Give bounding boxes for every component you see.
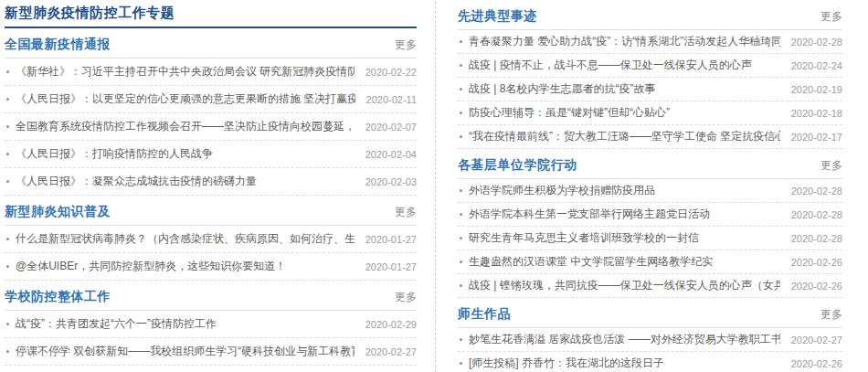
news-item[interactable]: 战疫 | 铿锵玫瑰，共同抗疫——保卫处一线保安人员的心声（女兵篇） 2020-0… [458, 274, 842, 298]
bullet-icon [6, 98, 9, 101]
news-item[interactable]: 外语学院师生积极为学校捐赠防疫用品 2020-02-28 [458, 179, 842, 203]
news-item[interactable]: 战“疫”：共青团发起“六个一”疫情防控工作 2020-02-29 [5, 311, 417, 338]
news-item[interactable]: 《新华社》：习近平主持召开中共中央政治局会议 研究新冠肺炎疫情防控工... 20… [5, 58, 417, 86]
news-date: 2020-02-28 [791, 233, 842, 244]
bullet-icon [6, 153, 9, 155]
section-title[interactable]: 师生作品 [458, 306, 511, 323]
news-item[interactable]: 《人民日报》：打响疫情防控的人民战争 2020-02-04 [5, 141, 417, 168]
news-link[interactable]: 全国教育系统疫情防控工作视频会召开——坚决防止疫情向校园蔓延，确保... [16, 119, 355, 134]
section-title[interactable]: 新型肺炎知识普及 [5, 204, 111, 220]
section-header: 新型肺炎知识普及 更多 [5, 197, 417, 226]
news-date: 2020-02-28 [791, 209, 842, 220]
news-link[interactable]: 青春凝聚力量 爱心助力战“疫”：访“情系湖北”活动发起人华秞琦同学 [469, 34, 780, 49]
section-header: 先进典型事迹 更多 [458, 2, 842, 30]
news-link[interactable]: @全体UIBEr，共同防控新型肺炎，这些知识你要知道！ [16, 259, 286, 274]
news-item[interactable]: 战疫 | 疫情不止，战斗不息——保卫处一线保安人员的心声 2020-02-24 [458, 54, 842, 78]
news-item[interactable]: 防疫心理辅导：虽是“键对键”但却“心贴心” 2020-02-18 [458, 101, 842, 125]
section-header: 全国最新疫情通报 更多 [5, 30, 417, 58]
news-link[interactable]: 《人民日报》：打响疫情防控的人民战争 [16, 146, 213, 162]
bullet-icon [460, 362, 462, 365]
news-link[interactable]: 《人民日报》：凝聚众志成城抗击疫情的磅礴力量 [16, 174, 257, 189]
news-link[interactable]: 战疫 | 疫情不止，战斗不息——保卫处一线保安人员的心声 [469, 58, 752, 73]
news-title-wrap: 全国教育系统疫情防控工作视频会召开——坚决防止疫情向校园蔓延，确保... [5, 119, 355, 134]
news-link[interactable]: 妙笔生花香满溢 居家战疫也活泼 ——对外经济贸易大学教职工书画协会... [469, 332, 780, 347]
news-item[interactable]: 全国教育系统疫情防控工作视频会召开——坚决防止疫情向校园蔓延，确保... 202… [5, 113, 417, 141]
news-date: 2020-02-11 [366, 94, 417, 105]
news-item[interactable]: 生趣盎然的汉语课堂 中文学院留学生网络教学纪实 2020-02-26 [458, 250, 842, 274]
section-header: 师生作品 更多 [458, 300, 842, 328]
news-link[interactable]: 外语学院师生积极为学校捐赠防疫用品 [469, 183, 655, 198]
news-title-wrap: 研究生青年马克思主义者培训班致学校的一封信 [458, 230, 699, 246]
more-link[interactable]: 更多 [820, 158, 842, 174]
news-link[interactable]: 停课不停学 双创获新知——我校组织师生学习“硬科技创业与新工科教育”... [16, 344, 355, 359]
section-header: 各基层单位学院行动 更多 [458, 151, 842, 179]
news-item[interactable]: 研究生青年马克思主义者培训班致学校的一封信 2020-02-28 [458, 227, 842, 250]
section-pneumonia-knowledge: 新型肺炎知识普及 更多 什么是新型冠状病毒肺炎？（内含感染症状、疾病原因、如何治… [5, 197, 417, 281]
section-grassroots-college-actions: 各基层单位学院行动 更多 外语学院师生积极为学校捐赠防疫用品 2020-02-2… [458, 151, 842, 298]
more-link[interactable]: 更多 [395, 290, 417, 305]
news-link[interactable]: 《人民日报》：以更坚定的信心更顽强的意志更果断的措施 坚决打赢疫情防... [16, 91, 355, 107]
bullet-icon [6, 125, 9, 128]
more-link[interactable]: 更多 [820, 307, 842, 323]
news-link[interactable]: 《新华社》：习近平主持召开中共中央政治局会议 研究新冠肺炎疫情防控工... [16, 64, 355, 80]
news-item[interactable]: 妙笔生花香满溢 居家战疫也活泼 ——对外经济贸易大学教职工书画协会... 202… [458, 328, 842, 352]
news-title-wrap: 什么是新型冠状病毒肺炎？（内含感染症状、疾病原因、如何治疗、生活指南） [5, 231, 355, 247]
section-title[interactable]: 各基层单位学院行动 [458, 157, 577, 174]
news-date: 2020-02-26 [791, 281, 842, 292]
news-link[interactable]: 战疫 | 铿锵玫瑰，共同抗疫——保卫处一线保安人员的心声（女兵篇） [469, 278, 780, 293]
news-item[interactable]: 战疫 | 8名校内学生志愿者的抗“疫”故事 2020-02-19 [458, 78, 842, 101]
news-title-wrap: 《人民日报》：以更坚定的信心更顽强的意志更果断的措施 坚决打赢疫情防... [5, 91, 355, 107]
news-title-wrap: 《新华社》：习近平主持召开中共中央政治局会议 研究新冠肺炎疫情防控工... [5, 64, 355, 80]
news-title-wrap: 停课不停学 双创获新知——我校组织师生学习“硬科技创业与新工科教育”... [5, 344, 355, 359]
news-item[interactable]: 外语学院本科生第一党支部举行网络主题党日活动 2020-02-28 [458, 203, 842, 227]
news-item[interactable]: 《人民日报》：以更坚定的信心更顽强的意志更果断的措施 坚决打赢疫情防... 20… [5, 86, 417, 113]
news-link[interactable]: 研究生青年马克思主义者培训班致学校的一封信 [469, 230, 699, 246]
section-title[interactable]: 学校防控整体工作 [5, 289, 111, 305]
news-item[interactable]: 《人民日报》：凝聚众志成城抗击疫情的磅礴力量 2020-02-03 [5, 168, 417, 196]
news-date: 2020-02-07 [365, 122, 417, 133]
news-link[interactable]: 外语学院本科生第一党支部举行网络主题党日活动 [469, 207, 710, 222]
bullet-icon [460, 112, 462, 114]
news-item[interactable]: 青春凝聚力量 爱心助力战“疫”：访“情系湖北”活动发起人华秞琦同学 2020-0… [458, 30, 842, 54]
news-title-wrap: 战“疫”：共青团发起“六个一”疫情防控工作 [5, 316, 217, 332]
news-date: 2020-02-03 [365, 176, 417, 187]
news-title-wrap: 《人民日报》：打响疫情防控的人民战争 [5, 146, 213, 162]
bullet-icon [6, 323, 9, 325]
news-title-wrap: “我在疫情最前线”：贸大教工汪璐——坚守学工使命 坚定抗疫信心 [458, 129, 780, 144]
news-title-wrap: 生趣盎然的汉语课堂 中文学院留学生网络教学纪实 [458, 254, 713, 270]
page-title: 新型肺炎疫情防控工作专题 [5, 2, 417, 28]
news-date: 2020-02-28 [791, 186, 842, 197]
news-link[interactable]: 战“疫”：共青团发起“六个一”疫情防控工作 [16, 316, 217, 332]
news-item[interactable]: 李茂国副书记带队督查学校后勤疫情防控工作 2020-02-26 [5, 366, 417, 372]
section-title[interactable]: 全国最新疫情通报 [5, 37, 111, 53]
news-link[interactable]: “我在疫情最前线”：贸大教工汪璐——坚守学工使命 坚定抗疫信心 [469, 129, 780, 144]
news-link[interactable]: 防疫心理辅导：虽是“键对键”但却“心贴心” [469, 105, 670, 121]
news-date: 2020-02-18 [791, 108, 842, 119]
news-title-wrap: 防疫心理辅导：虽是“键对键”但却“心贴心” [458, 105, 670, 121]
news-item[interactable]: 什么是新型冠状病毒肺炎？（内含感染症状、疾病原因、如何治疗、生活指南） 2020… [5, 226, 417, 253]
news-date: 2020-02-17 [791, 132, 842, 143]
news-title-wrap: 外语学院本科生第一党支部举行网络主题党日活动 [458, 207, 710, 222]
news-item[interactable]: 停课不停学 双创获新知——我校组织师生学习“硬科技创业与新工科教育”... 20… [5, 338, 417, 366]
bullet-icon [460, 284, 462, 287]
news-item[interactable]: “我在疫情最前线”：贸大教工汪璐——坚守学工使命 坚定抗疫信心 2020-02-… [458, 125, 842, 149]
news-item[interactable]: [师生投稿] 乔香竹：我在湖北的这段日子 2020-02-26 [458, 352, 842, 372]
news-date: 2020-02-28 [791, 37, 842, 48]
bullet-icon [6, 180, 9, 183]
bullet-icon [460, 237, 462, 239]
news-link[interactable]: 什么是新型冠状病毒肺炎？（内含感染症状、疾病原因、如何治疗、生活指南） [16, 231, 355, 247]
news-date: 2020-02-27 [791, 335, 842, 345]
more-link[interactable]: 更多 [395, 37, 417, 53]
news-title-wrap: @全体UIBEr，共同防控新型肺炎，这些知识你要知道！ [5, 259, 286, 274]
section-advanced-model-deeds: 先进典型事迹 更多 青春凝聚力量 爱心助力战“疫”：访“情系湖北”活动发起人华秞… [458, 2, 842, 149]
more-link[interactable]: 更多 [395, 205, 417, 220]
news-item[interactable]: @全体UIBEr，共同防控新型肺炎，这些知识你要知道！ 2020-01-27 [5, 253, 417, 281]
more-link[interactable]: 更多 [820, 9, 842, 25]
news-date: 2020-02-04 [365, 149, 417, 160]
bullet-icon [460, 213, 462, 216]
section-title[interactable]: 先进典型事迹 [458, 8, 537, 25]
news-link[interactable]: 战疫 | 8名校内学生志愿者的抗“疫”故事 [469, 81, 655, 97]
news-link[interactable]: 生趣盎然的汉语课堂 中文学院留学生网络教学纪实 [469, 254, 713, 270]
news-title-wrap: [师生投稿] 乔香竹：我在湖北的这段日子 [458, 356, 664, 371]
news-link[interactable]: [师生投稿] 乔香竹：我在湖北的这段日子 [469, 356, 664, 371]
